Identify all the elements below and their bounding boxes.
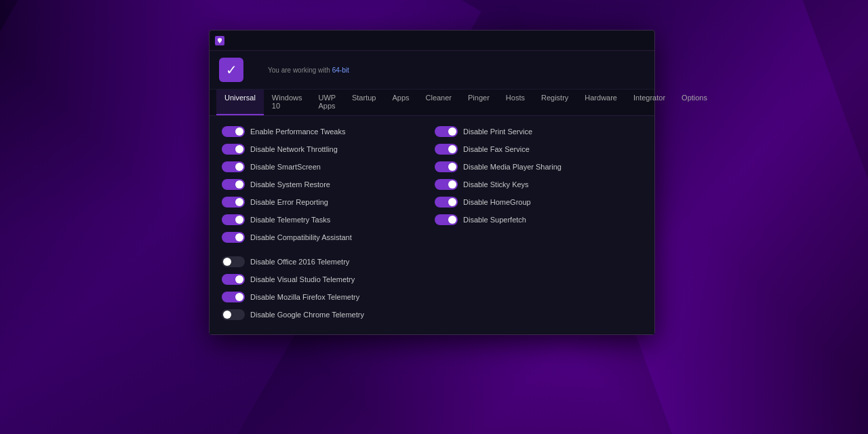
titlebar-left xyxy=(215,36,229,45)
toggle-label: Disable Sticky Keys xyxy=(463,180,529,189)
toggle-disable-homegroup[interactable] xyxy=(435,197,458,208)
toggle-disable-compatibility-assistant[interactable] xyxy=(222,232,245,243)
toggle-label: Disable Google Chrome Telemetry xyxy=(250,311,364,319)
titlebar-controls xyxy=(589,33,649,49)
toggle-disable-superfetch[interactable] xyxy=(435,214,458,225)
nav-tab-cleaner[interactable]: Cleaner xyxy=(418,90,460,115)
nav-tab-uwp-apps[interactable]: UWP Apps xyxy=(310,90,343,115)
toggle-row-right-4: Disable HomeGroup xyxy=(432,193,645,211)
app-icon xyxy=(215,36,224,45)
toggle-disable-system-restore[interactable] xyxy=(222,179,245,190)
toggle-label: Disable Media Player Sharing xyxy=(463,163,561,171)
titlebar xyxy=(210,31,654,51)
toggle-row-right-0: Disable Print Service xyxy=(432,123,645,140)
toggle-row-left-2: Disable SmartScreen xyxy=(219,158,432,176)
toggle-row-left-5: Disable Telemetry Tasks xyxy=(219,211,432,229)
separator xyxy=(219,246,645,253)
nav-tab-integrator[interactable]: Integrator xyxy=(625,90,673,115)
toggle-disable-fax-service[interactable] xyxy=(435,144,458,155)
nav-tab-apps[interactable]: Apps xyxy=(384,90,417,115)
toggle-disable-google-chrome-telemetry[interactable] xyxy=(222,309,245,320)
info-line2: You are working with 64-bit xyxy=(268,65,349,75)
toggle-disable-telemetry-tasks[interactable] xyxy=(222,214,245,225)
toggle-disable-sticky-keys[interactable] xyxy=(435,179,458,190)
toggle-enable-performance-tweaks[interactable] xyxy=(222,126,245,137)
toggle-row-single-2: Disable Mozilla Firefox Telemetry xyxy=(219,288,645,306)
nav-tab-universal[interactable]: Universal xyxy=(216,90,264,115)
nav-tab-registry[interactable]: Registry xyxy=(533,90,576,115)
nav-tab-hosts[interactable]: Hosts xyxy=(498,90,533,115)
close-button[interactable] xyxy=(630,33,649,49)
toggle-row-single-1: Disable Visual Studio Telemetry xyxy=(219,271,645,288)
toggle-row-left-6: Disable Compatibility Assistant xyxy=(219,229,432,246)
nav-tab-windows-10[interactable]: Windows 10 xyxy=(264,90,311,115)
toggle-label: Disable Superfetch xyxy=(463,216,526,224)
toggle-disable-print-service[interactable] xyxy=(435,126,458,137)
toggle-row-left-4: Disable Error Reporting xyxy=(219,193,432,211)
nav-tabs: UniversalWindows 10UWP AppsStartupAppsCl… xyxy=(210,90,654,116)
toggle-row-single-3: Disable Google Chrome Telemetry xyxy=(219,306,645,323)
minimize-button[interactable] xyxy=(589,33,608,49)
toggle-disable-mozilla-firefox-telemetry[interactable] xyxy=(222,292,245,302)
toggle-row-right-5: Disable Superfetch xyxy=(432,211,645,229)
toggle-disable-visual-studio-telemetry[interactable] xyxy=(222,274,245,285)
toggle-label: Disable Mozilla Firefox Telemetry xyxy=(250,293,359,301)
toggle-disable-network-throttling[interactable] xyxy=(222,144,245,155)
single-col-toggles: Disable Office 2016 TelemetryDisable Vis… xyxy=(219,253,645,323)
toggle-label: Disable Network Throttling xyxy=(250,145,338,153)
toggle-label: Disable Visual Studio Telemetry xyxy=(250,275,355,283)
toggle-row-left-1: Disable Network Throttling xyxy=(219,140,432,158)
toggle-row-single-0: Disable Office 2016 Telemetry xyxy=(219,253,645,271)
toggle-label: Disable HomeGroup xyxy=(463,198,531,206)
app-info: You are working with 64-bit xyxy=(268,65,349,75)
toggle-label: Disable Telemetry Tasks xyxy=(250,216,330,224)
toggle-label: Disable System Restore xyxy=(250,180,330,189)
maximize-button[interactable] xyxy=(610,33,629,49)
toggle-row-left-3: Disable System Restore xyxy=(219,176,432,193)
app-logo: ✓ xyxy=(219,58,243,82)
toggle-label: Disable SmartScreen xyxy=(250,163,321,171)
toggle-label: Disable Error Reporting xyxy=(250,198,328,206)
toggle-row-right-3: Disable Sticky Keys xyxy=(432,176,645,193)
toggle-row-right-2: Disable Media Player Sharing xyxy=(432,158,645,176)
app-window: ✓ You are working with 64-bit UniversalW… xyxy=(209,30,655,335)
toggle-label: Enable Performance Tweaks xyxy=(250,127,345,136)
toggle-row-left-0: Enable Performance Tweaks xyxy=(219,123,432,140)
toggle-label: Disable Office 2016 Telemetry xyxy=(250,258,349,266)
nav-tab-hardware[interactable]: Hardware xyxy=(576,90,625,115)
nav-tab-pinger[interactable]: Pinger xyxy=(460,90,498,115)
content: Enable Performance TweaksDisable Print S… xyxy=(210,116,654,334)
nav-tab-options[interactable]: Options xyxy=(673,90,715,115)
app-header: ✓ You are working with 64-bit xyxy=(210,51,654,90)
toggle-disable-media-player-sharing[interactable] xyxy=(435,161,458,172)
toggle-disable-smartscreen[interactable] xyxy=(222,161,245,172)
toggle-disable-error-reporting[interactable] xyxy=(222,197,245,208)
toggle-disable-office-2016-telemetry[interactable] xyxy=(222,256,245,267)
nav-tab-startup[interactable]: Startup xyxy=(344,90,384,115)
toggles-grid: Enable Performance TweaksDisable Print S… xyxy=(219,123,645,246)
toggle-label: Disable Print Service xyxy=(463,127,532,136)
bitness-highlight: 64-bit xyxy=(332,66,349,74)
toggle-row-right-1: Disable Fax Service xyxy=(432,140,645,158)
toggle-label: Disable Fax Service xyxy=(463,145,530,153)
toggle-label: Disable Compatibility Assistant xyxy=(250,233,352,241)
